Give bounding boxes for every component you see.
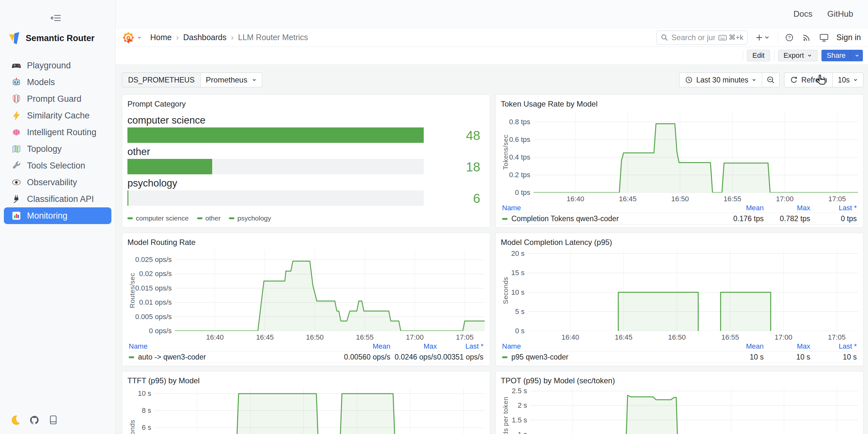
plot-region[interactable] [533,112,858,193]
journal-icon[interactable] [48,415,59,426]
y-tick-label: 5 s [515,308,525,316]
sidebar-item-intelligent-routing[interactable]: Intelligent Routing [4,124,112,141]
github-icon[interactable] [29,415,40,426]
legend-header-max[interactable]: Max [764,204,810,212]
legend-table-row: Completion Tokens qwen3-coder0.176 tps0.… [501,213,858,225]
series-last-value: 0.00351 ops/s [437,353,484,362]
panel-title[interactable]: Prompt Category [127,99,485,109]
legend-header-name[interactable]: Name [502,342,709,350]
legend-table: NameMeanMaxLast *p95 qwen3-coder10 s10 s… [501,341,858,363]
legend-item-computer-science[interactable]: computer science [127,214,189,222]
y-tick-label: 0.005 ops/s [135,313,172,321]
panel-title[interactable]: Token Usage Rate by Model [501,99,858,109]
search-input[interactable]: ⌘+k [656,31,748,44]
sidebar-item-tools-selection[interactable]: Tools Selection [4,157,112,174]
x-tick-label: 17:05 [828,333,845,342]
bar-category-label: computer science [127,114,424,127]
y-axis-ticks: 0 tps0.2 tps0.4 tps0.6 tps0.8 tps [510,112,533,193]
moon-icon[interactable] [10,415,21,426]
plot-region[interactable] [154,388,485,434]
legend-header-mean[interactable]: Mean [336,342,390,350]
sidebar-collapse-icon[interactable] [50,12,63,24]
series-name[interactable]: p95 qwen3-coder [502,353,709,362]
legend-item-other[interactable]: other [197,214,221,222]
sidebar-item-playground[interactable]: Playground [4,57,112,74]
panel-title[interactable]: TTFT (p95) by Model [127,376,485,385]
sidebar-item-monitoring[interactable]: Monitoring [4,207,112,224]
plot-region[interactable] [175,250,485,331]
time-range-picker[interactable]: Last 30 minutes [680,73,762,87]
timeseries-body: Routes/sec0 ops/s0.005 ops/s0.01 ops/s0.… [127,250,485,363]
dashboard-controls: DS_PROMETHEUS Prometheus Last 30 minutes [122,72,864,87]
series-max-value: 0.782 tps [764,214,810,223]
map-icon [11,144,21,154]
sidebar-item-similarity-cache[interactable]: Similarity Cache [4,107,112,124]
legend-header-mean[interactable]: Mean [709,204,764,212]
breadcrumb-item-dashboards[interactable]: Dashboards [183,33,227,42]
zoom-out-button[interactable] [762,73,779,87]
legend-header-max[interactable]: Max [390,342,437,350]
news-rss-icon[interactable] [801,31,813,44]
x-tick-label: 16:55 [356,333,374,342]
sidebar-footer [0,415,115,434]
bar-track[interactable] [127,159,424,174]
datasource-select[interactable]: Prometheus [200,72,262,87]
time-range-group: Last 30 minutes [679,72,780,87]
divider [778,32,778,43]
refresh-group: Refresh 10s [784,72,864,87]
series-mean-value: 0.00560 ops/s [336,353,390,362]
series-name[interactable]: auto -> qwen3-coder [129,353,336,362]
sidebar-item-topology[interactable]: Topology [4,141,112,157]
legend-header-last[interactable]: Last * [810,342,857,350]
docs-link[interactable]: Docs [794,9,812,19]
chart-icon [11,211,21,220]
sign-in-button[interactable]: Sign in [837,33,861,42]
x-tick-label: 16:40 [206,333,224,342]
panel-title[interactable]: TPOT (p95) by Model (sec/token) [501,376,858,385]
sidebar-item-label: Playground [27,61,71,71]
legend-header-mean[interactable]: Mean [709,342,764,350]
legend-header-name[interactable]: Name [502,204,709,212]
edit-button[interactable]: Edit [747,50,770,61]
bar-track[interactable] [127,127,424,143]
legend-header-max[interactable]: Max [764,342,810,350]
sidebar-item-classification-api[interactable]: Classification API [4,191,112,207]
sidebar-item-observability[interactable]: Observability [4,174,112,191]
grafana-logo-button[interactable] [123,32,142,43]
breadcrumb-item-home[interactable]: Home [150,33,172,42]
x-tick-label: 16:50 [668,333,686,342]
brand[interactable]: Semantic Router [0,28,115,48]
legend-header-last[interactable]: Last * [810,204,857,212]
search-field[interactable] [672,33,715,42]
legend-header-name[interactable]: Name [129,342,336,350]
add-button[interactable] [753,31,773,44]
y-tick-label: 0.015 ops/s [135,284,172,292]
refresh-button[interactable]: Refresh [784,73,832,87]
share-button[interactable]: Share [822,50,863,61]
plot-region[interactable] [528,250,858,331]
panel-title[interactable]: Model Completion Latency (p95) [501,238,858,247]
export-button[interactable]: Export [778,50,818,61]
share-menu-caret[interactable] [851,50,863,61]
sidebar-item-label: Topology [27,144,62,154]
sidebar-item-label: Similarity Cache [27,111,90,121]
series-last-value: 10 s [810,353,857,362]
legend-item-psychology[interactable]: psychology [229,214,271,222]
series-color-dash [129,356,134,358]
sidebar-item-prompt-guard[interactable]: Prompt Guard [4,91,112,107]
y-tick-label: 2 s [518,401,527,410]
kiosk-monitor-icon[interactable] [818,31,830,44]
plot-region[interactable] [530,388,858,434]
github-link[interactable]: GitHub [827,9,853,19]
bar-track[interactable] [127,190,424,206]
series-name[interactable]: Completion Tokens qwen3-coder [502,214,709,223]
refresh-interval-select[interactable]: 10s [833,73,863,87]
y-tick-label: 0.01 ops/s [139,298,172,307]
help-icon[interactable]: ? [783,31,796,44]
panel-title[interactable]: Model Routing Rate [127,238,485,247]
series-label: p95 qwen3-coder [512,353,568,362]
chevron-down-icon [137,35,142,40]
sidebar-item-models[interactable]: Models [4,74,112,91]
y-tick-label: 0.6 tps [509,135,530,144]
legend-header-last[interactable]: Last * [437,342,484,350]
